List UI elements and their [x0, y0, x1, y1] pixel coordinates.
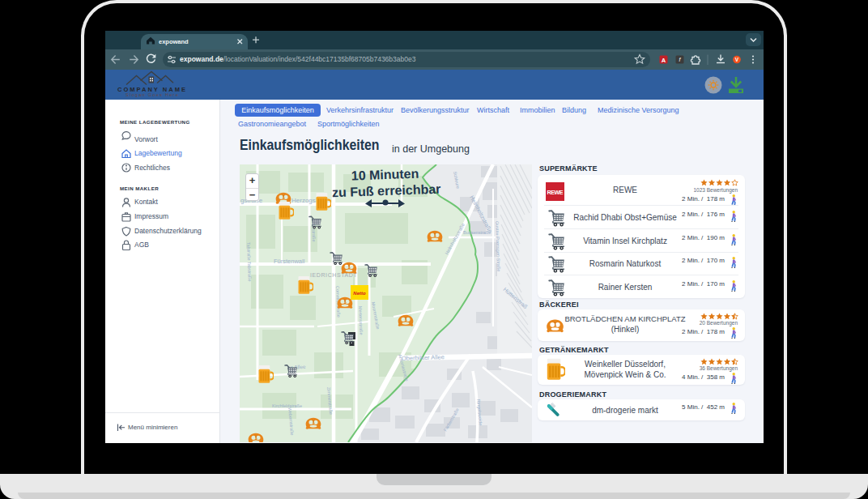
- svg-text:COMPANY NAME: COMPANY NAME: [117, 86, 187, 93]
- svg-text:10 Minuten: 10 Minuten: [351, 167, 419, 183]
- svg-text:A: A: [662, 57, 666, 64]
- svg-text:Herzogs: Herzogs: [291, 197, 316, 204]
- svg-text:Kirchfeldstraße: Kirchfeldstraße: [272, 403, 302, 408]
- svg-text:Bunsenstraße: Bunsenstraße: [463, 230, 491, 235]
- svg-text:V: V: [735, 57, 739, 62]
- svg-text:Slogan Goes Here: Slogan Goes Here: [126, 92, 179, 97]
- svg-text:Mertensstraße: Mertensstraße: [358, 306, 364, 335]
- svg-text:Oberbilker Allee: Oberbilker Allee: [402, 353, 445, 362]
- svg-text:Fürstenwall: Fürstenwall: [274, 258, 305, 265]
